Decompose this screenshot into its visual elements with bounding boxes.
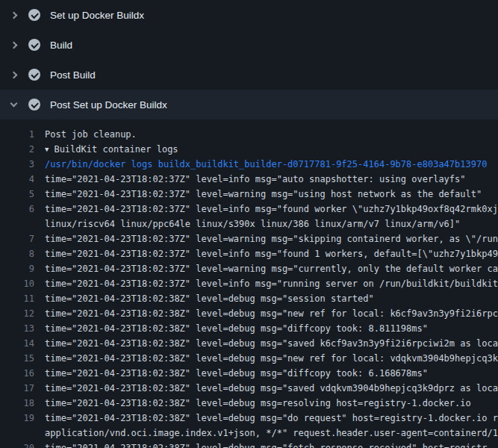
log-text: time="2021-04-23T18:02:37Z" level=info m…	[45, 202, 498, 217]
log-line[interactable]: 12time="2021-04-23T18:02:38Z" level=debu…	[0, 306, 498, 321]
log-text: time="2021-04-23T18:02:38Z" level=debug …	[45, 381, 498, 396]
log-line[interactable]: 6time="2021-04-23T18:02:37Z" level=info …	[0, 202, 498, 217]
log-text: time="2021-04-23T18:02:37Z" level=warnin…	[45, 231, 498, 246]
log-line[interactable]: 8time="2021-04-23T18:02:37Z" level=info …	[0, 246, 498, 261]
log-line[interactable]: 7time="2021-04-23T18:02:37Z" level=warni…	[0, 231, 498, 246]
check-circle-icon	[28, 9, 40, 21]
line-number[interactable]: 12	[0, 306, 34, 321]
line-number	[0, 217, 34, 231]
log-text: time="2021-04-23T18:02:37Z" level=info m…	[45, 246, 498, 261]
line-number[interactable]: 20	[0, 441, 34, 448]
line-number[interactable]: 9	[0, 261, 34, 276]
chevron-right-icon[interactable]	[9, 43, 18, 48]
line-number[interactable]: 1	[0, 127, 34, 142]
log-text: Post job cleanup.	[45, 127, 498, 142]
log-line[interactable]: 10time="2021-04-23T18:02:37Z" level=info…	[0, 276, 498, 291]
log-line[interactable]: 17time="2021-04-23T18:02:38Z" level=debu…	[0, 381, 498, 396]
log-line[interactable]: 20time="2021-04-23T18:02:38Z" level=debu…	[0, 441, 498, 448]
log-line[interactable]: 9time="2021-04-23T18:02:37Z" level=warni…	[0, 261, 498, 276]
log-text: time="2021-04-23T18:02:37Z" level=info m…	[45, 276, 498, 291]
check-circle-icon	[28, 69, 40, 81]
line-number[interactable]: 18	[0, 396, 34, 411]
chevron-right-icon[interactable]	[9, 72, 18, 78]
log-line[interactable]: 19time="2021-04-23T18:02:38Z" level=debu…	[0, 411, 498, 426]
step-header[interactable]: Post Build	[0, 60, 498, 90]
line-number[interactable]: 7	[0, 231, 34, 246]
line-number[interactable]: 13	[0, 321, 34, 336]
line-number[interactable]: 6	[0, 202, 34, 217]
log-line[interactable]: 18time="2021-04-23T18:02:38Z" level=debu…	[0, 396, 498, 411]
log-text: linux/riscv64 linux/ppc64le linux/s390x …	[45, 217, 498, 231]
step-title: Post Set up Docker Buildx	[50, 99, 167, 111]
log-line[interactable]: linux/riscv64 linux/ppc64le linux/s390x …	[0, 217, 498, 231]
chevron-glyph	[10, 11, 17, 19]
log-line[interactable]: 3/usr/bin/docker logs buildx_buildkit_bu…	[0, 157, 498, 172]
step-title: Set up Docker Buildx	[50, 10, 144, 21]
step-header[interactable]: Build	[0, 30, 498, 60]
log-text: time="2021-04-23T18:02:38Z" level=debug …	[45, 366, 498, 381]
log-text: time="2021-04-23T18:02:38Z" level=debug …	[45, 396, 498, 411]
log-text: time="2021-04-23T18:02:38Z" level=debug …	[45, 411, 498, 426]
group-toggle-icon: ▼	[45, 142, 49, 157]
log-text: time="2021-04-23T18:02:38Z" level=debug …	[45, 336, 498, 351]
log-line[interactable]: 15time="2021-04-23T18:02:38Z" level=debu…	[0, 351, 498, 366]
line-number	[0, 426, 34, 441]
log-lines: 1Post job cleanup.2▼BuildKit container l…	[0, 119, 498, 448]
log-line[interactable]: 11time="2021-04-23T18:02:38Z" level=debu…	[0, 291, 498, 306]
log-line[interactable]: 1Post job cleanup.	[0, 127, 498, 142]
chevron-right-icon[interactable]	[9, 13, 18, 18]
step-title: Build	[50, 40, 72, 51]
line-number[interactable]: 3	[0, 157, 34, 172]
log-text: time="2021-04-23T18:02:37Z" level=info m…	[45, 172, 498, 187]
log-text: time="2021-04-23T18:02:37Z" level=warnin…	[45, 261, 498, 276]
line-number[interactable]: 14	[0, 336, 34, 351]
log-line[interactable]: 13time="2021-04-23T18:02:38Z" level=debu…	[0, 321, 498, 336]
log-line[interactable]: application/vnd.oci.image.index.v1+json,…	[0, 426, 498, 441]
log-line[interactable]: 16time="2021-04-23T18:02:38Z" level=debu…	[0, 366, 498, 381]
chevron-glyph	[10, 71, 17, 78]
chevron-glyph	[10, 100, 17, 108]
log-text: time="2021-04-23T18:02:38Z" level=debug …	[45, 351, 498, 366]
log-text: time="2021-04-23T18:02:38Z" level=debug …	[45, 291, 498, 306]
group-title: BuildKit container logs	[54, 144, 178, 155]
chevron-glyph	[10, 41, 17, 49]
log-line[interactable]: 2▼BuildKit container logs	[0, 142, 498, 157]
line-number[interactable]: 11	[0, 291, 34, 306]
step-header[interactable]: Post Set up Docker Buildx	[0, 90, 498, 119]
command-text: /usr/bin/docker logs buildx_buildkit_bui…	[45, 157, 498, 172]
log-text: time="2021-04-23T18:02:38Z" level=debug …	[45, 321, 498, 336]
line-number[interactable]: 4	[0, 172, 34, 187]
check-circle-icon	[28, 39, 40, 51]
actions-log-viewer: Set up Docker BuildxBuildPost BuildPost …	[0, 0, 498, 448]
log-line[interactable]: 5time="2021-04-23T18:02:37Z" level=warni…	[0, 187, 498, 202]
line-number[interactable]: 16	[0, 366, 34, 381]
log-line[interactable]: 14time="2021-04-23T18:02:38Z" level=debu…	[0, 336, 498, 351]
line-number[interactable]: 15	[0, 351, 34, 366]
line-number[interactable]: 17	[0, 381, 34, 396]
log-text: time="2021-04-23T18:02:38Z" level=debug …	[45, 306, 498, 321]
log-text: time="2021-04-23T18:02:37Z" level=warnin…	[45, 187, 498, 202]
log-text: application/vnd.oci.image.index.v1+json,…	[45, 426, 498, 441]
step-header[interactable]: Set up Docker Buildx	[0, 0, 498, 30]
log-line[interactable]: 4time="2021-04-23T18:02:37Z" level=info …	[0, 172, 498, 187]
check-circle-icon	[28, 99, 40, 111]
step-list: Set up Docker BuildxBuildPost BuildPost …	[0, 0, 498, 119]
line-number[interactable]: 5	[0, 187, 34, 202]
line-number[interactable]: 10	[0, 276, 34, 291]
log-text: ▼BuildKit container logs	[45, 142, 498, 157]
chevron-down-icon[interactable]	[9, 103, 18, 106]
line-number[interactable]: 8	[0, 246, 34, 261]
step-title: Post Build	[50, 69, 96, 81]
line-number[interactable]: 19	[0, 411, 34, 426]
line-number[interactable]: 2	[0, 142, 34, 157]
log-text: time="2021-04-23T18:02:38Z" level=debug …	[45, 441, 498, 448]
